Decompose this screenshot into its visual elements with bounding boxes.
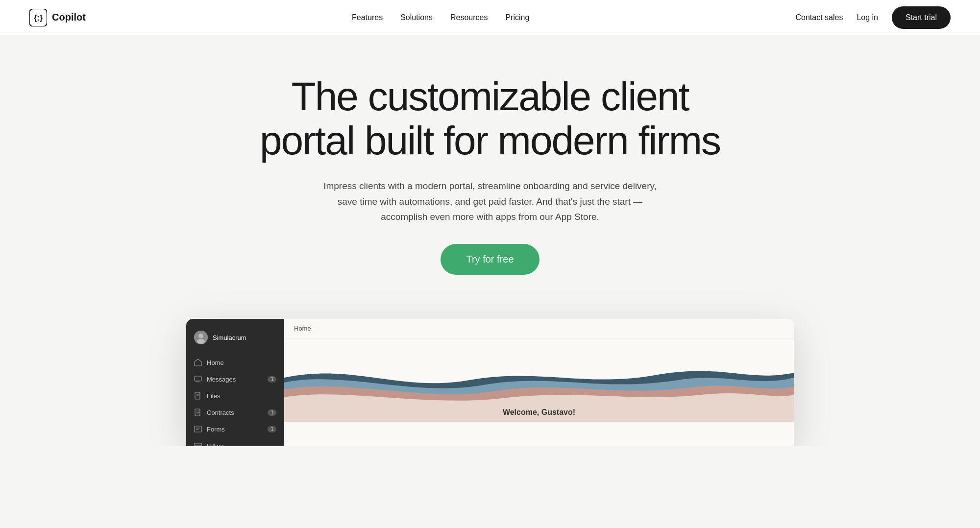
- billing-icon: [194, 442, 202, 446]
- sidebar-item-forms[interactable]: Forms 1: [186, 421, 284, 437]
- topbar-label: Home: [294, 325, 311, 332]
- brand-name: Copilot: [52, 12, 86, 23]
- sidebar-label-billing: Billing: [207, 442, 224, 447]
- hero-section: The customizable client portal built for…: [220, 35, 760, 294]
- dashboard-main: Home Welcome, Gustavo!: [284, 319, 794, 446]
- svg-rect-8: [195, 426, 201, 432]
- nav-right: Contact sales Log in Start trial: [795, 6, 951, 29]
- dashboard-preview: Simulacrum Home Messages 1: [167, 319, 813, 446]
- welcome-message: Welcome, Gustavo!: [503, 408, 575, 417]
- nav-features[interactable]: Features: [352, 13, 383, 22]
- start-trial-button[interactable]: Start trial: [892, 6, 951, 29]
- sidebar-label-home: Home: [207, 359, 224, 366]
- sidebar-item-billing[interactable]: Billing: [186, 437, 284, 446]
- sidebar-item-files[interactable]: Files: [186, 387, 284, 404]
- sidebar-header: Simulacrum: [186, 327, 284, 354]
- nav-solutions[interactable]: Solutions: [400, 13, 433, 22]
- dashboard-chart: Welcome, Gustavo!: [284, 338, 794, 422]
- dashboard-sidebar: Simulacrum Home Messages 1: [186, 319, 284, 446]
- contracts-icon: [194, 408, 202, 416]
- nav-pricing[interactable]: Pricing: [505, 13, 529, 22]
- nav-resources[interactable]: Resources: [450, 13, 488, 22]
- company-avatar: [194, 331, 208, 344]
- navbar: {:} Copilot Features Solutions Resources…: [0, 0, 980, 35]
- contracts-badge: 1: [268, 409, 276, 416]
- sidebar-item-messages[interactable]: Messages 1: [186, 371, 284, 387]
- company-name: Simulacrum: [213, 334, 246, 341]
- hero-title: The customizable client portal built for…: [240, 74, 740, 163]
- sidebar-item-contracts[interactable]: Contracts 1: [186, 404, 284, 421]
- contact-sales-link[interactable]: Contact sales: [795, 13, 843, 22]
- messages-badge: 1: [268, 376, 276, 383]
- sidebar-label-contracts: Contracts: [207, 409, 234, 416]
- forms-badge: 1: [268, 426, 276, 432]
- messages-icon: [194, 375, 202, 383]
- dashboard-topbar: Home: [284, 319, 794, 338]
- svg-text:{:}: {:}: [34, 14, 43, 22]
- svg-point-3: [198, 334, 203, 338]
- nav-links: Features Solutions Resources Pricing: [352, 13, 529, 22]
- svg-rect-5: [195, 376, 201, 381]
- sidebar-label-files: Files: [207, 392, 220, 400]
- copilot-logo-icon: {:}: [29, 9, 47, 26]
- home-icon: [194, 359, 202, 366]
- forms-icon: [194, 425, 202, 433]
- login-link[interactable]: Log in: [857, 13, 878, 22]
- dashboard-window: Simulacrum Home Messages 1: [186, 319, 794, 446]
- files-icon: [194, 392, 202, 400]
- try-for-free-button[interactable]: Try for free: [441, 244, 539, 275]
- svg-point-4: [197, 339, 205, 344]
- svg-rect-9: [195, 443, 201, 446]
- brand-logo[interactable]: {:} Copilot: [29, 9, 86, 26]
- sidebar-label-forms: Forms: [207, 426, 225, 433]
- sidebar-item-home[interactable]: Home: [186, 354, 284, 371]
- hero-subtitle: Impress clients with a modern portal, st…: [314, 178, 666, 224]
- sidebar-label-messages: Messages: [207, 376, 236, 383]
